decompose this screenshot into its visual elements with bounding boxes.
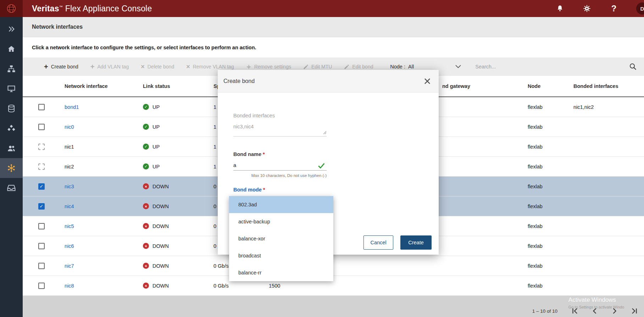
row-checkbox[interactable]: ✓: [38, 203, 45, 210]
previous-page-icon[interactable]: [591, 307, 599, 315]
last-page-icon[interactable]: [631, 307, 638, 315]
pencil-icon: [344, 64, 349, 69]
sidebar: [0, 17, 23, 317]
table-row[interactable]: nic8 ×DOWN 0 Gb/s1500 flexlab: [23, 276, 644, 296]
add-vlan-tag-button[interactable]: +Add VLAN tag: [90, 63, 129, 70]
notifications-bell-icon[interactable]: [555, 4, 565, 13]
close-icon[interactable]: [423, 77, 432, 87]
link-status-text: DOWN: [152, 204, 169, 209]
sidebar-item-applications[interactable]: [0, 118, 23, 138]
column-link-status: Link status: [134, 76, 203, 96]
bond-name-helper-text: Max 10 characters, Do not use hyphen (-): [233, 173, 327, 178]
bond-mode-option[interactable]: 802.3ad: [229, 196, 333, 213]
tray-icon: [7, 184, 16, 192]
link-status-icon: ×: [143, 223, 149, 229]
row-checkbox[interactable]: [38, 283, 45, 289]
bond-name-label: Bond name *: [233, 151, 265, 157]
first-page-icon[interactable]: [571, 307, 579, 315]
bond-mode-option[interactable]: active-backup: [229, 213, 333, 230]
link-status-icon: ✓: [143, 163, 149, 169]
remove-settings-button[interactable]: Remove settings: [246, 64, 291, 69]
footer-bar: Activate Windows Go to Settings to activ…: [23, 296, 644, 317]
table-row[interactable]: nic7 ×DOWN 0 Gb/s1500 flexlab: [23, 256, 644, 276]
bond-name-input[interactable]: a: [233, 160, 327, 171]
bonded-interfaces-label: Bonded interfaces: [233, 113, 275, 118]
interface-link[interactable]: nic1: [65, 144, 74, 150]
link-status-icon: ×: [143, 263, 149, 269]
node-filter-label: Node :: [390, 64, 405, 69]
edit-mtu-button[interactable]: Edit MTU: [303, 64, 332, 69]
delete-bond-button[interactable]: ×Delete bond: [141, 63, 174, 70]
bond-mode-option[interactable]: balance-xor: [229, 230, 333, 247]
x-icon: ×: [141, 63, 145, 70]
pagination: 1 – 10 of 10: [532, 307, 638, 315]
bond-mode-option[interactable]: broadcast: [229, 247, 333, 264]
users-icon: [7, 144, 16, 152]
node-value: flexlab: [528, 144, 543, 150]
row-checkbox[interactable]: ✓: [38, 183, 45, 190]
row-checkbox[interactable]: [38, 243, 45, 249]
link-status-text: DOWN: [152, 263, 169, 269]
network-icon: [7, 163, 16, 173]
search-box: [475, 64, 624, 69]
dialog-title: Create bond: [223, 78, 255, 84]
speed-value: 0 Gb/s: [213, 283, 269, 289]
interface-link[interactable]: nic7: [65, 263, 74, 269]
search-icon[interactable]: [629, 63, 637, 71]
interface-link[interactable]: nic8: [65, 283, 74, 289]
edit-bond-button[interactable]: Edit bond: [344, 64, 373, 69]
chevron-down-icon: [455, 64, 461, 69]
cancel-button[interactable]: Cancel: [363, 235, 393, 250]
node-filter[interactable]: Node : All: [390, 64, 461, 69]
row-checkbox[interactable]: [38, 163, 45, 170]
link-status-icon: ×: [143, 243, 149, 249]
interface-link[interactable]: nic5: [65, 223, 74, 229]
row-checkbox[interactable]: [38, 104, 45, 110]
create-button[interactable]: Create: [400, 235, 432, 250]
column-bonded-interfaces: Bonded interfaces: [564, 76, 644, 96]
bonded-interfaces-value: nic1,nic2: [573, 104, 594, 110]
monitor-icon: [7, 84, 16, 93]
interface-link[interactable]: nic3: [65, 184, 74, 189]
gear-icon: [246, 64, 251, 69]
interface-link[interactable]: nic2: [65, 164, 74, 169]
bonded-interfaces-textarea[interactable]: nic3,nic4: [233, 122, 327, 137]
hierarchy-icon: [7, 65, 16, 73]
create-bond-button[interactable]: +Create bond: [44, 63, 78, 70]
row-checkbox[interactable]: [38, 263, 45, 269]
sidebar-item-appliances[interactable]: [0, 178, 23, 198]
link-status-text: UP: [152, 144, 160, 150]
row-checkbox[interactable]: [38, 144, 45, 150]
node-value: flexlab: [528, 204, 543, 209]
link-status-text: UP: [152, 164, 160, 169]
link-status-text: DOWN: [152, 283, 169, 289]
interface-link[interactable]: bond1: [65, 104, 79, 110]
node-filter-value: All: [408, 64, 414, 69]
resize-handle-icon[interactable]: [323, 130, 327, 135]
settings-gear-icon[interactable]: [582, 4, 592, 13]
next-page-icon[interactable]: [611, 307, 618, 315]
node-value: flexlab: [528, 263, 543, 269]
row-checkbox[interactable]: [38, 223, 45, 229]
mtu-value: 1500: [269, 283, 280, 289]
pagination-range: 1 – 10 of 10: [532, 308, 557, 314]
sidebar-item-topology[interactable]: [0, 59, 23, 79]
sidebar-item-storage[interactable]: [0, 99, 23, 118]
sidebar-expand-button[interactable]: [0, 19, 23, 39]
page-instruction: Click a network interface to configure t…: [23, 37, 644, 57]
sidebar-item-users[interactable]: [0, 138, 23, 158]
remove-vlan-tag-button[interactable]: ×Remove VLAN tag: [186, 63, 234, 70]
bond-mode-option[interactable]: balance-rr: [229, 264, 333, 281]
interface-link[interactable]: nic6: [65, 243, 74, 249]
help-icon[interactable]: ?: [609, 4, 618, 13]
interface-link[interactable]: nic0: [65, 124, 74, 130]
sidebar-item-instances[interactable]: [0, 79, 23, 99]
link-status-icon: ✓: [143, 124, 149, 130]
user-avatar[interactable]: D: [636, 2, 644, 15]
dialog-header: Create bond: [218, 70, 439, 93]
sidebar-item-home[interactable]: [0, 39, 23, 59]
sidebar-item-network[interactable]: [0, 158, 23, 178]
search-input[interactable]: [475, 64, 624, 69]
row-checkbox[interactable]: [38, 124, 45, 130]
interface-link[interactable]: nic4: [65, 204, 74, 209]
